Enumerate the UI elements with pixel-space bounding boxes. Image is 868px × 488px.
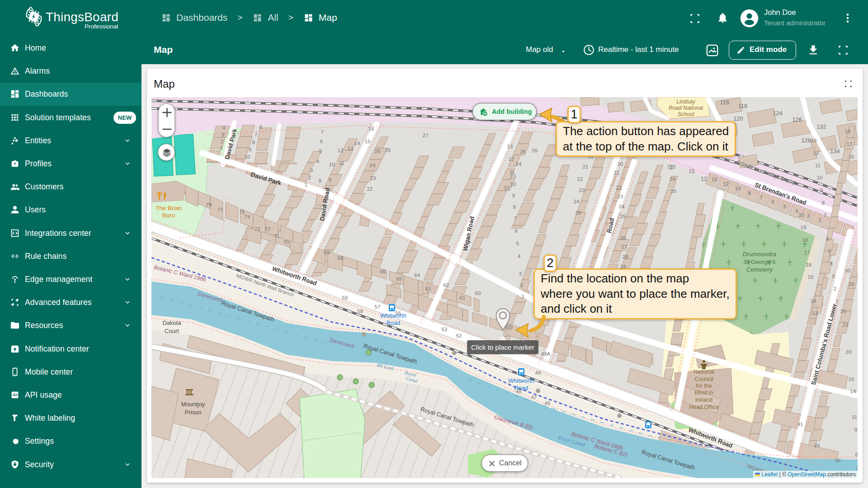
svg-text:78: 78 (206, 202, 212, 207)
svg-text:46: 46 (545, 400, 551, 406)
svg-text:15: 15 (712, 177, 717, 182)
svg-text:21: 21 (583, 164, 589, 169)
svg-text:21: 21 (614, 170, 620, 175)
svg-text:Drumcondra: Drumcondra (743, 251, 777, 258)
svg-text:School: School (678, 111, 694, 117)
svg-text:26: 26 (620, 235, 626, 241)
svg-text:39: 39 (814, 443, 820, 448)
svg-text:27: 27 (622, 244, 627, 249)
svg-text:22: 22 (577, 176, 583, 182)
svg-text:30: 30 (845, 268, 851, 273)
svg-text:52: 52 (456, 333, 462, 338)
svg-text:12: 12 (338, 148, 344, 153)
svg-text:1: 1 (220, 145, 222, 150)
svg-text:10: 10 (510, 182, 516, 187)
svg-text:2: 2 (520, 282, 523, 288)
svg-text:58: 58 (358, 309, 363, 314)
svg-text:61: 61 (460, 295, 466, 300)
svg-text:17: 17 (847, 141, 853, 147)
svg-text:134: 134 (830, 148, 840, 155)
svg-text:7: 7 (255, 132, 257, 137)
svg-text:18: 18 (802, 237, 808, 243)
svg-text:116: 116 (720, 99, 730, 106)
svg-text:4: 4 (518, 253, 521, 259)
svg-text:St George's: St George's (744, 258, 776, 265)
svg-text:2: 2 (834, 286, 836, 291)
svg-text:4: 4 (316, 159, 320, 164)
svg-text:6: 6 (855, 452, 858, 457)
svg-text:72: 72 (265, 226, 271, 232)
svg-text:49: 49 (535, 370, 541, 375)
svg-text:23: 23 (370, 175, 376, 181)
svg-text:Dakota: Dakota (162, 319, 181, 326)
svg-text:15: 15 (808, 274, 814, 280)
svg-text:7: 7 (824, 212, 826, 218)
svg-text:8: 8 (319, 178, 321, 183)
svg-text:17: 17 (804, 250, 810, 255)
svg-text:73: 73 (255, 226, 260, 232)
svg-text:12: 12 (723, 181, 729, 187)
svg-text:Whitworth: Whitworth (380, 312, 406, 319)
svg-text:Whitworth: Whitworth (508, 377, 534, 384)
svg-text:Road National: Road National (669, 105, 703, 111)
svg-text:23: 23 (618, 194, 623, 199)
svg-text:13: 13 (812, 310, 818, 316)
svg-text:4: 4 (830, 261, 833, 266)
svg-text:68: 68 (338, 255, 344, 261)
svg-text:Ireland: Ireland (695, 397, 712, 403)
svg-text:124: 124 (773, 110, 783, 117)
svg-text:74: 74 (245, 214, 250, 220)
svg-text:24: 24 (619, 204, 625, 209)
svg-text:24: 24 (574, 199, 580, 204)
svg-text:118: 118 (738, 103, 748, 109)
svg-text:2: 2 (819, 217, 821, 223)
svg-text:2: 2 (308, 175, 311, 180)
svg-text:6: 6 (320, 139, 323, 144)
svg-text:20: 20 (799, 212, 805, 218)
svg-text:62: 62 (443, 282, 449, 288)
svg-text:10: 10 (735, 186, 741, 191)
svg-text:12: 12 (701, 176, 707, 182)
svg-text:22: 22 (616, 185, 622, 190)
svg-text:Lindsay: Lindsay (676, 99, 695, 105)
svg-text:9: 9 (820, 188, 823, 193)
svg-text:12: 12 (813, 150, 819, 156)
svg-text:1: 1 (305, 182, 307, 188)
svg-text:14: 14 (811, 298, 816, 304)
svg-text:The Brian: The Brian (156, 205, 182, 211)
svg-text:16: 16 (849, 376, 854, 382)
svg-text:3: 3 (832, 273, 835, 279)
svg-text:41: 41 (797, 422, 803, 427)
svg-text:65: 65 (396, 276, 402, 282)
svg-text:18: 18 (845, 129, 851, 134)
svg-text:75: 75 (239, 209, 245, 215)
svg-text:Boru: Boru (162, 212, 175, 219)
svg-text:16: 16 (849, 154, 854, 160)
svg-text:66: 66 (380, 269, 386, 274)
svg-text:Blind in: Blind in (695, 389, 713, 396)
svg-text:19: 19 (801, 225, 807, 230)
svg-text:13: 13 (507, 144, 513, 149)
svg-text:1: 1 (522, 294, 524, 299)
svg-text:56: 56 (396, 310, 401, 316)
svg-text:Council: Council (694, 376, 713, 382)
svg-text:16: 16 (806, 262, 812, 267)
svg-text:20: 20 (618, 161, 623, 167)
svg-text:9: 9 (249, 147, 251, 152)
svg-text:70: 70 (283, 239, 289, 245)
svg-text:64: 64 (415, 272, 420, 278)
svg-text:9: 9 (512, 193, 515, 198)
svg-text:28: 28 (849, 282, 854, 287)
svg-text:11: 11 (339, 160, 344, 166)
svg-text:128: 128 (801, 137, 811, 144)
svg-text:Cemetery: Cemetery (746, 266, 774, 273)
svg-text:5: 5 (319, 148, 322, 154)
svg-text:3: 3 (222, 132, 224, 137)
svg-text:6: 6 (826, 236, 829, 242)
svg-text:3: 3 (856, 465, 858, 471)
svg-text:53: 53 (442, 327, 448, 332)
svg-text:25: 25 (840, 309, 846, 314)
svg-text:10: 10 (245, 154, 250, 160)
svg-text:9: 9 (329, 177, 331, 183)
svg-text:8: 8 (822, 200, 825, 206)
